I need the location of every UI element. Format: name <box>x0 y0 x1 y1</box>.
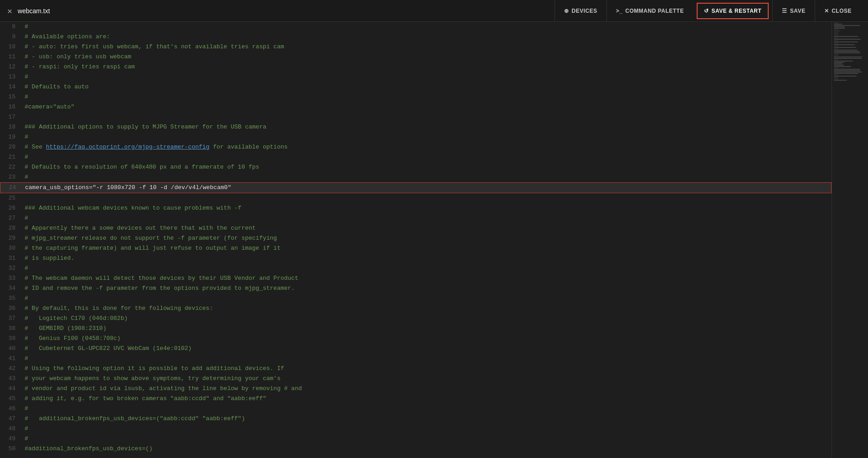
line-content: # See https://faq.octoprint.org/mjpg-str… <box>23 142 832 152</box>
table-row[interactable]: 12# - raspi: only tries raspi cam <box>0 62 832 72</box>
line-number: 10 <box>0 42 23 52</box>
line-content: # - auto: tries first usb webcam, if tha… <box>23 42 832 52</box>
line-number: 18 <box>0 122 23 132</box>
line-content: # Cubeternet GL-UPC822 UVC WebCam (1e4e:… <box>23 344 832 354</box>
table-row[interactable]: 30# the capturing framerate) and will ju… <box>0 243 832 253</box>
minimap <box>832 22 868 458</box>
line-content: # is supplied. <box>23 253 832 263</box>
minimap-line <box>834 63 842 64</box>
table-row[interactable]: 42# Using the following option it is pos… <box>0 364 832 374</box>
table-row[interactable]: 38# GEMBIRD (1908:2310) <box>0 324 832 334</box>
minimap-line <box>834 50 858 51</box>
line-number: 20 <box>0 142 23 152</box>
table-row[interactable]: 23# <box>0 172 832 182</box>
table-row[interactable]: 27# <box>0 213 832 223</box>
file-title: webcam.txt <box>18 7 555 15</box>
table-row[interactable]: 22# Defaults to a resolution of 640x480 … <box>0 162 832 172</box>
table-row[interactable]: 40# Cubeternet GL-UPC822 UVC WebCam (1e4… <box>0 344 832 354</box>
line-number: 32 <box>0 263 23 273</box>
table-row[interactable]: 31# is supplied. <box>0 253 832 263</box>
link[interactable]: https://faq.octoprint.org/mjpg-streamer-… <box>46 144 210 150</box>
line-number: 24 <box>0 183 23 193</box>
line-content: ### Additional webcam devices known to c… <box>23 203 832 213</box>
table-row[interactable]: 43# your webcam happens to show above sy… <box>0 374 832 384</box>
window-close-icon[interactable]: ✕ <box>7 6 12 16</box>
table-row[interactable]: 29# mjpg_streamer release do not support… <box>0 233 832 243</box>
line-number: 22 <box>0 162 23 172</box>
minimap-line <box>834 37 838 38</box>
line-content: # the capturing framerate) and will just… <box>23 243 832 253</box>
table-row[interactable]: 50#additional_brokenfps_usb_devices=() <box>0 444 832 454</box>
table-row[interactable]: 11# - usb: only tries usb webcam <box>0 52 832 62</box>
table-row[interactable]: 47# additional_brokenfps_usb_devices=("a… <box>0 414 832 424</box>
table-row[interactable]: 39# Genius F100 (0458:708c) <box>0 334 832 344</box>
line-content: # <box>23 132 832 142</box>
table-row[interactable]: 37# Logitech C170 (046d:082b) <box>0 314 832 324</box>
line-number: 19 <box>0 132 23 142</box>
table-row[interactable]: 35# <box>0 293 832 304</box>
minimap-line <box>834 44 855 45</box>
line-number: 9 <box>0 32 23 42</box>
line-number: 16 <box>0 102 23 112</box>
minimap-line <box>834 39 861 40</box>
table-row[interactable]: 44# vendor and product id via lsusb, act… <box>0 384 832 394</box>
table-row[interactable]: 34# ID and remove the -f parameter from … <box>0 283 832 293</box>
line-content: # <box>23 92 832 102</box>
table-row[interactable]: 45# adding it, e.g. for two broken camer… <box>0 394 832 404</box>
minimap-line <box>834 74 838 75</box>
line-number: 38 <box>0 324 23 334</box>
table-row[interactable]: 20# See https://faq.octoprint.org/mjpg-s… <box>0 142 832 152</box>
save-restart-button[interactable]: ↺ SAVE & RESTART <box>697 3 769 19</box>
minimap-line <box>834 58 862 59</box>
table-row[interactable]: 15# <box>0 92 832 102</box>
line-content: # your webcam happens to show above symp… <box>23 374 832 384</box>
table-row[interactable]: 36# By default, this is done for the fol… <box>0 304 832 314</box>
minimap-line <box>834 62 844 63</box>
minimap-line <box>834 32 838 33</box>
table-row[interactable]: 14# Defaults to auto <box>0 82 832 92</box>
line-number: 50 <box>0 444 23 454</box>
table-row[interactable]: 26### Additional webcam devices known to… <box>0 203 832 213</box>
minimap-line <box>834 70 860 71</box>
line-content: # <box>23 424 832 434</box>
table-row[interactable]: 16#camera="auto" <box>0 102 832 112</box>
minimap-line <box>834 57 862 57</box>
table-row[interactable]: 13# <box>0 72 832 82</box>
line-content: # GEMBIRD (1908:2310) <box>23 324 832 334</box>
table-row[interactable]: 25 <box>0 193 832 203</box>
line-number: 45 <box>0 394 23 404</box>
table-row[interactable]: 9# Available options are: <box>0 32 832 42</box>
devices-button[interactable]: ⊕ DEVICES <box>555 0 606 22</box>
minimap-line <box>834 40 838 41</box>
table-row[interactable]: 33# The webcam daemon will detect those … <box>0 273 832 283</box>
line-content: # mjpg_streamer release do not support t… <box>23 233 832 243</box>
close-icon: ✕ <box>824 8 829 14</box>
topbar: ✕ webcam.txt ⊕ DEVICES >_ COMMAND PALETT… <box>0 0 868 22</box>
table-row[interactable]: 17 <box>0 112 832 122</box>
line-number: 42 <box>0 364 23 374</box>
line-content: # <box>23 172 832 182</box>
editor-main[interactable]: 8#9# Available options are:10# - auto: t… <box>0 22 832 458</box>
table-row[interactable]: 46# <box>0 404 832 414</box>
close-button[interactable]: ✕ CLOSE <box>815 0 861 22</box>
save-button[interactable]: ☰ SAVE <box>772 0 814 22</box>
table-row[interactable]: 19# <box>0 132 832 142</box>
table-row[interactable]: 24camera_usb_options="-r 1080x720 -f 10 … <box>0 182 832 193</box>
table-row[interactable]: 41# <box>0 354 832 364</box>
table-row[interactable]: 48# <box>0 424 832 434</box>
table-row[interactable]: 32# <box>0 263 832 273</box>
terminal-icon: >_ <box>616 8 623 14</box>
line-number: 36 <box>0 304 23 314</box>
table-row[interactable]: 10# - auto: tries first usb webcam, if t… <box>0 42 832 52</box>
command-palette-button[interactable]: >_ COMMAND PALETTE <box>606 0 693 22</box>
table-row[interactable]: 8# <box>0 22 832 32</box>
table-row[interactable]: 28# Apparently there a some devices out … <box>0 223 832 233</box>
line-content: # <box>23 263 832 273</box>
minimap-line <box>834 41 858 42</box>
minimap-line <box>834 26 845 27</box>
table-row[interactable]: 21# <box>0 152 832 162</box>
line-content: # - usb: only tries usb webcam <box>23 52 832 62</box>
table-row[interactable]: 18### Additional options to supply to MJ… <box>0 122 832 132</box>
line-number: 11 <box>0 52 23 62</box>
table-row[interactable]: 49# <box>0 434 832 444</box>
